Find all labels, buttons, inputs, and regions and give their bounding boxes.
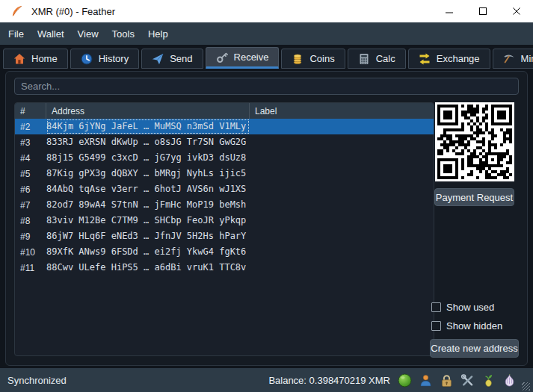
tab-history[interactable]: History (70, 49, 139, 69)
history-icon (81, 53, 93, 65)
tab-label: Calc (376, 53, 395, 64)
tab-bar: Home History Send Receive Co (0, 45, 533, 69)
search-input[interactable] (14, 78, 519, 95)
table-row[interactable]: #684AbQ tqAse v3err … 6hotJ AVS6n wJ1XS (15, 181, 434, 197)
receive-icon (216, 52, 228, 63)
tab-calc[interactable]: Calc (348, 49, 406, 69)
row-label (250, 228, 434, 244)
onion-icon[interactable] (502, 373, 517, 388)
maximize-button[interactable] (466, 0, 499, 22)
show-used-label: Show used (446, 302, 494, 313)
table-row[interactable]: #1089XfK ANws9 6FSDd … ei2fj YkwG4 fgKt6 (15, 244, 434, 260)
table-row[interactable]: #883viv M12Be C7TM9 … SHCbp FeoJR yPkqp (15, 213, 434, 228)
column-header-address[interactable]: Address (46, 103, 250, 119)
menu-wallet[interactable]: Wallet (32, 25, 70, 43)
row-address: 88j15 G5499 c3xcD … jG7yg ivkD3 dsUz8 (46, 150, 250, 166)
send-icon (152, 53, 164, 65)
show-used-checkbox-row[interactable]: Show used (430, 298, 519, 317)
receive-side-column: Payment Request Show used Show hidden Cr… (430, 102, 519, 358)
row-address: 87Kig gPX3g dQBXY … bMRgj NyhLs ijic5 (46, 166, 250, 181)
status-icons (398, 373, 517, 388)
mining-icon (503, 53, 515, 65)
tab-label: Coins (309, 53, 334, 64)
tab-label: Receive (234, 52, 269, 63)
row-index: #5 (15, 169, 46, 179)
show-hidden-checkbox[interactable] (431, 321, 441, 331)
row-index: #6 (15, 184, 46, 195)
payment-request-button[interactable]: Payment Request (434, 188, 514, 206)
qr-code (435, 102, 514, 181)
tab-label: Mining (521, 53, 533, 64)
column-header-index[interactable]: # (15, 103, 46, 119)
window-title: XMR (#0) - Feather (31, 6, 115, 17)
minimize-button[interactable] (432, 0, 466, 22)
row-label (250, 181, 434, 197)
row-index: #7 (15, 200, 46, 211)
row-label (250, 119, 434, 134)
resize-grip[interactable] (522, 382, 530, 391)
tab-exchange[interactable]: Exchange (408, 49, 490, 69)
row-label (250, 150, 434, 166)
table-row[interactable]: #986jW7 HLq6F eNEd3 … JfnJV 5H2Hs hParY (15, 228, 434, 244)
row-address: 88Cwv ULefe HiPS5 … a6dBi vruK1 TTC8v (46, 260, 250, 276)
tab-coins[interactable]: Coins (281, 49, 345, 69)
row-address: 84Kjm 6jYNg JaFeL … MuMSQ n3mSd V1MLy (46, 119, 250, 134)
balance-text: Balance: 0.398470219 XMR (268, 375, 390, 386)
menu-tools[interactable]: Tools (107, 25, 140, 43)
row-address: 84AbQ tqAse v3err … 6hotJ AVS6n wJ1XS (46, 181, 250, 197)
row-label (250, 213, 434, 228)
table-row[interactable]: #488j15 G5499 c3xcD … jG7yg ivkD3 dsUz8 (15, 150, 434, 166)
row-address: 82od7 89wA4 S7tnN … jFmHc MoP19 beMsh (46, 197, 250, 213)
table-row[interactable]: #587Kig gPX3g dQBXY … bMRgj NyhLs ijic5 (15, 166, 434, 181)
table-row[interactable]: #782od7 89wA4 S7tnN … jFmHc MoP19 beMsh (15, 197, 434, 213)
receive-panel: # Address Label #284Kjm 6jYNg JaFeL … Mu… (5, 71, 528, 366)
coins-icon (292, 53, 304, 65)
row-label (250, 244, 434, 260)
show-used-checkbox[interactable] (431, 302, 441, 312)
row-label (250, 166, 434, 181)
home-icon (13, 53, 25, 65)
menu-view[interactable]: View (73, 25, 104, 43)
row-address: 833RJ eXRSN dKwUp … o8sJG Tr7SN GwG2G (46, 134, 250, 150)
row-index: #8 (15, 216, 46, 226)
table-row[interactable]: #3833RJ eXRSN dKwUp … o8sJG Tr7SN GwG2G (15, 134, 434, 150)
tab-label: Exchange (437, 53, 480, 64)
account-icon[interactable] (419, 373, 433, 388)
tab-send[interactable]: Send (141, 49, 203, 69)
row-address: 89XfK ANws9 6FSDd … ei2fj YkwG4 fgKt6 (46, 244, 250, 260)
menu-file[interactable]: File (3, 25, 29, 43)
tab-receive[interactable]: Receive (206, 47, 280, 69)
titlebar: XMR (#0) - Feather (0, 0, 533, 22)
row-label (250, 134, 434, 150)
row-address: 83viv M12Be C7TM9 … SHCbp FeoJR yPkqp (46, 213, 250, 228)
address-table-body: #284Kjm 6jYNg JaFeL … MuMSQ n3mSd V1MLy#… (15, 119, 434, 276)
create-new-address-button[interactable]: Create new address (430, 339, 519, 358)
row-address: 86jW7 HLq6F eNEd3 … JfnJV 5H2Hs hParY (46, 228, 250, 244)
lock-icon[interactable] (440, 373, 454, 388)
tab-label: Send (170, 53, 192, 64)
row-index: #4 (15, 153, 46, 164)
tools-icon[interactable] (460, 373, 475, 388)
feather-logo-icon (10, 4, 24, 18)
sync-status: Synchronized (7, 375, 67, 386)
row-index: #3 (15, 137, 46, 148)
status-bar: Synchronized Balance: 0.398470219 XMR (0, 368, 533, 392)
row-index: #11 (15, 263, 46, 273)
address-table: # Address Label #284Kjm 6jYNg JaFeL … Mu… (14, 102, 434, 356)
show-hidden-label: Show hidden (446, 320, 502, 332)
tab-mining[interactable]: Mining (493, 49, 533, 69)
column-header-label[interactable]: Label (250, 103, 434, 119)
tab-label: Home (31, 53, 58, 64)
row-index: #2 (15, 122, 46, 132)
show-hidden-checkbox-row[interactable]: Show hidden (430, 317, 519, 335)
tab-label: History (99, 53, 129, 64)
table-row[interactable]: #1188Cwv ULefe HiPS5 … a6dBi vruK1 TTC8v (15, 260, 434, 276)
close-button[interactable] (499, 0, 533, 22)
seed-icon[interactable] (481, 373, 496, 388)
tab-home[interactable]: Home (3, 49, 68, 69)
table-row[interactable]: #284Kjm 6jYNg JaFeL … MuMSQ n3mSd V1MLy (15, 119, 434, 134)
row-label (250, 260, 434, 276)
menu-help[interactable]: Help (143, 25, 173, 43)
row-index: #9 (15, 231, 46, 242)
network-status-icon[interactable] (398, 373, 412, 388)
